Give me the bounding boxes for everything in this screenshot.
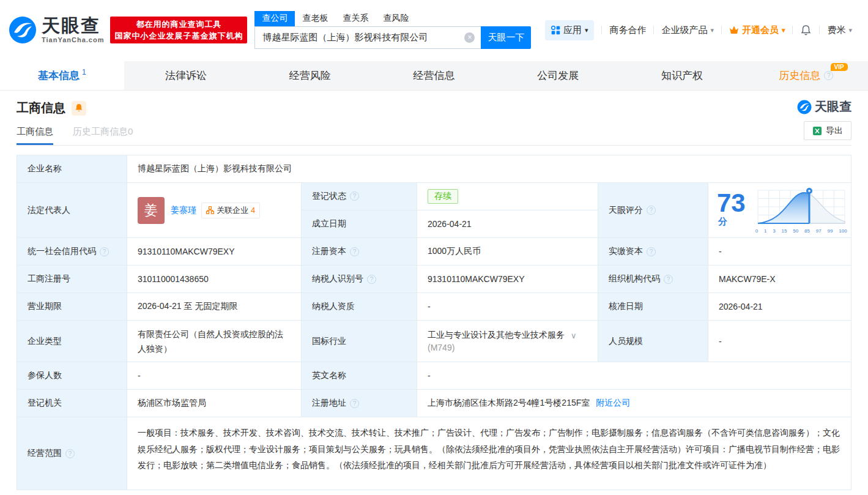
table-row: 工商注册号 310110001438650 纳税人识别号 ? 91310110M… — [17, 266, 851, 293]
divider — [819, 26, 820, 34]
nearby-companies-link[interactable]: 附近公司 — [596, 398, 630, 409]
user-menu[interactable]: 费米 ▾ — [827, 24, 852, 36]
tab-company-development[interactable]: 公司发展 — [496, 61, 620, 90]
taxpayer-id: 91310110MAKCW79EXY — [428, 274, 525, 284]
staff-size: - — [719, 337, 722, 346]
related-count: 4 — [251, 206, 255, 215]
tab-operating-risk[interactable]: 经营风险 — [248, 61, 372, 90]
help-icon[interactable]: ? — [824, 71, 833, 80]
score-unit: 分 — [718, 216, 727, 226]
reg-number-label-cell: 工商注册号 — [17, 266, 127, 292]
paid-capital-value-cell: - — [708, 238, 851, 265]
apps-menu[interactable]: 应用 ▾ — [545, 20, 595, 40]
help-icon[interactable]: ? — [65, 449, 75, 458]
business-cooperation-link[interactable]: 商务合作 — [609, 24, 646, 36]
watermark-logo: 天眼查 — [797, 99, 851, 115]
search-submit-button[interactable]: 天眼一下 — [481, 26, 531, 49]
search-tab-company[interactable]: 查公司 — [254, 11, 295, 26]
tab-intellectual-property[interactable]: 知识产权 — [620, 61, 744, 90]
field-label: 注册资本 — [312, 246, 346, 257]
field-label: 统一社会信用代码 — [28, 246, 96, 257]
tab-basic-info[interactable]: 基本信息 1 — [0, 61, 124, 90]
taxpayer-quality-label-cell: 纳税人资质 — [302, 293, 417, 320]
legal-rep-link[interactable]: 姜寨瑾 — [171, 205, 196, 216]
bell-curve-chart — [755, 187, 847, 226]
taxpayer-id-label-cell: 纳税人识别号 ? — [302, 266, 417, 292]
establish-date: 2026-04-21 — [428, 219, 472, 229]
business-term: 2026-04-21 至 无固定期限 — [138, 301, 237, 312]
caret-down-icon: ▾ — [782, 26, 785, 34]
apps-label: 应用 — [563, 24, 582, 36]
related-label: 关联企业 — [217, 205, 248, 216]
search-box: × — [254, 26, 481, 49]
search-tab-boss[interactable]: 查老板 — [295, 11, 335, 26]
reg-number: 310110001438650 — [138, 274, 209, 284]
subtab-row: 工商信息 历史工商信息0 导出 — [17, 126, 851, 146]
insured-count: - — [138, 371, 141, 381]
username-label: 费米 — [827, 24, 845, 36]
cooperation-label: 商务合作 — [609, 24, 646, 36]
chevron-down-icon[interactable]: ∨ — [571, 331, 577, 340]
tianyancha-logo[interactable]: 天眼查 TianYanCha.com — [9, 16, 104, 44]
table-row: 企业类型 有限责任公司（自然人投资或控股的法人独资） 国标行业 工业与专业设计及… — [17, 321, 851, 362]
help-icon[interactable]: ? — [367, 275, 376, 284]
tab-operating-info[interactable]: 经营信息 — [372, 61, 496, 90]
search-tab-risk[interactable]: 查风险 — [376, 11, 416, 26]
company-tabbar: 基本信息 1 法律诉讼 经营风险 经营信息 公司发展 知识产权 VIP 历史信息… — [0, 61, 868, 91]
help-icon[interactable]: ? — [350, 192, 359, 201]
staff-size-label-cell: 人员规模 — [598, 321, 708, 362]
help-icon[interactable]: ? — [350, 247, 359, 256]
field-label: 核准日期 — [609, 301, 643, 312]
tab-label: 经营风险 — [289, 69, 331, 83]
staff-size-value-cell: - — [708, 321, 851, 362]
field-label: 登记状态 — [312, 191, 346, 202]
org-chart-icon — [206, 206, 214, 214]
subtab-history-business-info[interactable]: 历史工商信息0 — [73, 126, 133, 145]
help-icon[interactable]: ? — [647, 206, 656, 215]
help-icon[interactable]: ? — [100, 247, 109, 256]
notifications-button[interactable] — [800, 24, 812, 36]
table-row: 经营范围 ? 一般项目：技术服务、技术开发、技术咨询、技术交流、技术转让、技术推… — [17, 417, 851, 489]
tab-label: 基本信息 — [38, 69, 80, 83]
avatar[interactable]: 姜 — [138, 197, 165, 224]
company-type: 有限责任公司（自然人投资或控股的法人独资） — [138, 327, 291, 356]
tab-label: 法律诉讼 — [165, 69, 207, 83]
help-icon[interactable]: ? — [350, 399, 359, 408]
related-companies-badge[interactable]: 关联企业 4 — [201, 203, 260, 218]
field-label: 天眼评分 — [609, 205, 643, 216]
search-tab-relation[interactable]: 查关系 — [335, 11, 376, 26]
enterprise-products-menu[interactable]: 企业级产品 ▾ — [661, 24, 714, 36]
divider — [653, 26, 654, 34]
promo-banner-line2: 国家中小企业发展子基金旗下机构 — [114, 30, 243, 42]
insured-count-label-cell: 参保人数 — [17, 362, 127, 389]
divider — [792, 26, 793, 34]
monitor-bell-button[interactable] — [72, 101, 86, 116]
search-input[interactable] — [254, 26, 481, 49]
tab-history-info[interactable]: VIP 历史信息 ? — [744, 61, 868, 90]
reg-capital-value-cell: 1000万人民币 — [417, 238, 598, 265]
credit-code-label-cell: 统一社会信用代码 ? — [17, 238, 127, 265]
open-vip-menu[interactable]: 开通会员 ▾ — [729, 24, 785, 36]
export-button[interactable]: 导出 — [804, 121, 851, 140]
approval-date-value-cell: 2026-04-21 — [708, 293, 851, 320]
table-row: 统一社会信用代码 ? 91310110MAKCW79EXY 注册资本 ? 100… — [17, 238, 851, 266]
business-term-label-cell: 营业期限 — [17, 293, 127, 320]
score-value-cell: 73分 — [708, 183, 858, 237]
bell-icon — [75, 103, 83, 113]
axis-tick: 1 — [764, 228, 766, 234]
org-code: MAKCW79E-X — [719, 274, 776, 284]
axis-tick: 85 — [804, 228, 810, 234]
paid-capital: - — [719, 247, 722, 256]
field-label: 企业类型 — [28, 336, 62, 347]
enterprise-label: 企业级产品 — [661, 24, 707, 36]
avatar-char: 姜 — [144, 201, 158, 220]
subtab-business-info[interactable]: 工商信息 — [17, 126, 53, 145]
help-icon[interactable]: ? — [647, 247, 656, 256]
tab-legal-proceedings[interactable]: 法律诉讼 — [124, 61, 248, 90]
business-scope-value-cell: 一般项目：技术服务、技术开发、技术咨询、技术交流、技术转让、技术推广；广告设计、… — [127, 417, 851, 489]
help-icon[interactable]: ? — [664, 275, 673, 284]
tab-label: 知识产权 — [661, 69, 703, 83]
english-name-label-cell: 英文名称 — [302, 362, 417, 389]
credit-code: 91310110MAKCW79EXY — [138, 247, 235, 256]
field-label: 登记机关 — [28, 398, 62, 409]
